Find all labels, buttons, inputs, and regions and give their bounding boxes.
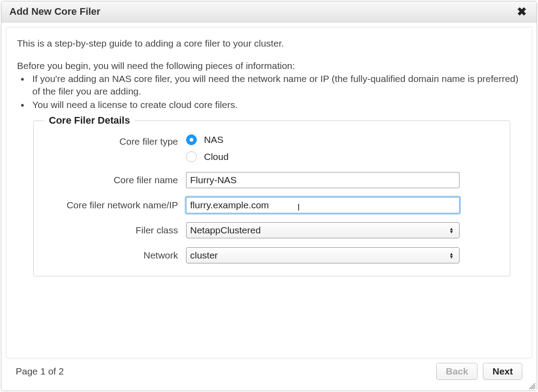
- dialog-body-wrap: This is a step-by-step guide to adding a…: [1, 22, 537, 391]
- radio-item-nas: NAS: [186, 134, 460, 146]
- radio-item-cloud: Cloud: [186, 151, 460, 163]
- label-network: Network: [52, 247, 186, 261]
- fieldset-legend: Core Filer Details: [44, 114, 134, 127]
- radio-label-cloud: Cloud: [204, 151, 229, 163]
- label-filer-class: Filer class: [52, 222, 186, 236]
- core-filer-type-radio-group: NAS Cloud: [186, 134, 460, 164]
- svg-line-1: [531, 385, 535, 389]
- add-core-filer-dialog: Add New Core Filer ✖ This is a step-by-s…: [1, 1, 537, 391]
- intro-line1: This is a step-by-step guide to adding a…: [17, 37, 521, 50]
- form-row-filerclass: Filer class NetappClustered ▲▼: [52, 222, 492, 238]
- form-row-netselect: Network cluster ▲▼: [52, 247, 492, 263]
- filerclass-control: NetappClustered ▲▼: [186, 222, 460, 238]
- core-filer-name-input[interactable]: [186, 172, 460, 188]
- close-icon[interactable]: ✖: [515, 6, 529, 17]
- core-filer-network-input[interactable]: [186, 197, 460, 213]
- dialog-body: This is a step-by-step guide to adding a…: [6, 27, 532, 358]
- next-button[interactable]: Next: [483, 363, 522, 380]
- footer-button-group: Back Next: [436, 363, 522, 380]
- filer-class-value: NetappClustered: [190, 224, 261, 237]
- info-list: If you're adding an NAS core filer, you …: [30, 73, 521, 112]
- intro-before: Before you begin, you will need the foll…: [17, 60, 521, 72]
- dialog-title: Add New Core Filer: [9, 6, 100, 17]
- back-button[interactable]: Back: [436, 363, 477, 380]
- resize-grip-icon[interactable]: [528, 382, 536, 390]
- select-arrows-icon: ▲▼: [449, 227, 454, 233]
- network-select[interactable]: cluster ▲▼: [186, 247, 460, 263]
- info-bullet-1: If you're adding an NAS core filer, you …: [30, 73, 521, 98]
- network-select-value: cluster: [190, 249, 218, 262]
- radio-cloud[interactable]: [186, 151, 197, 162]
- svg-line-2: [533, 387, 535, 389]
- network-control: I: [186, 197, 460, 213]
- name-control: [186, 172, 460, 188]
- netselect-control: cluster ▲▼: [186, 247, 460, 263]
- label-core-filer-network: Core filer network name/IP: [52, 197, 186, 211]
- radio-nas[interactable]: [186, 134, 197, 145]
- dialog-header: Add New Core Filer ✖: [1, 1, 537, 22]
- form-row-name: Core filer name: [52, 172, 492, 188]
- dialog-footer: Page 1 of 2 Back Next: [6, 358, 532, 386]
- core-filer-details-fieldset: Core Filer Details Core filer type NAS C…: [33, 121, 510, 277]
- form-row-type: Core filer type NAS Cloud: [52, 134, 492, 164]
- label-core-filer-name: Core filer name: [52, 172, 186, 186]
- radio-label-nas: NAS: [204, 134, 223, 146]
- filer-class-select[interactable]: NetappClustered ▲▼: [186, 222, 460, 238]
- select-arrows-icon: ▲▼: [449, 252, 454, 258]
- page-indicator: Page 1 of 2: [16, 366, 64, 377]
- form-row-network: Core filer network name/IP I: [52, 197, 492, 213]
- label-core-filer-type: Core filer type: [52, 134, 186, 147]
- info-bullet-2: You will need a license to create cloud …: [30, 99, 521, 111]
